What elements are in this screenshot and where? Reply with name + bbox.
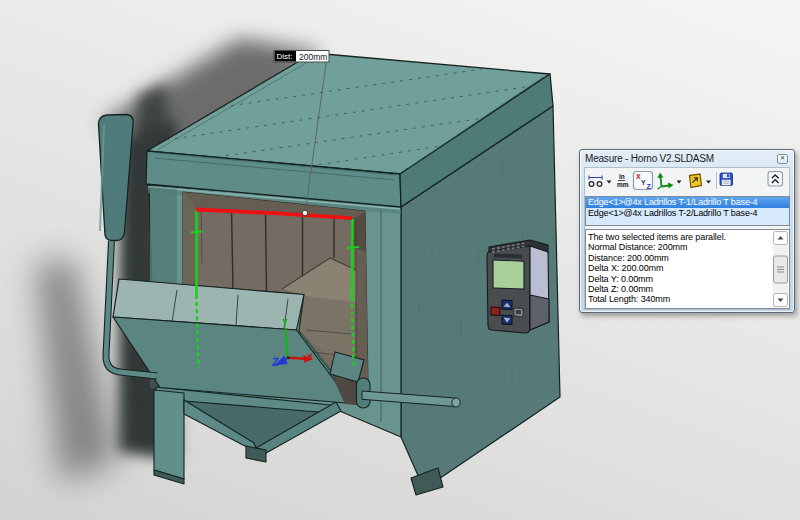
svg-text:Z: Z — [647, 183, 652, 190]
svg-text:mm: mm — [617, 181, 629, 188]
svg-text:200mm: 200mm — [299, 52, 327, 62]
svg-text:in: in — [619, 173, 625, 180]
svg-text:Dist:: Dist: — [277, 52, 293, 61]
svg-text:Y: Y — [641, 179, 646, 186]
